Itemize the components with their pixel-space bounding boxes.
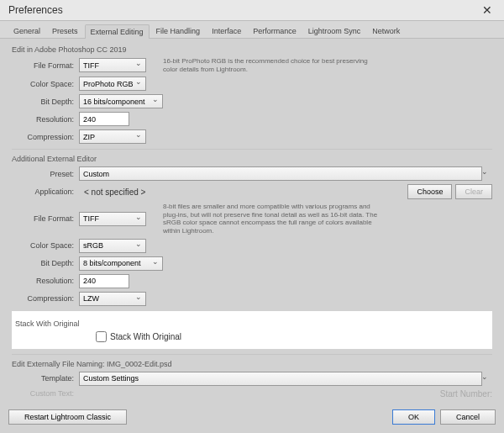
bit-depth-label-2: Bit Depth: — [12, 259, 79, 267]
tab-file-handling[interactable]: File Handling — [151, 24, 206, 38]
file-format-label: File Format: — [12, 61, 79, 70]
resolution-input[interactable] — [79, 112, 129, 126]
tab-lightroom-sync[interactable]: Lightroom Sync — [303, 24, 366, 38]
content: Edit in Adobe Photoshop CC 2019 File For… — [0, 39, 504, 407]
section1-hint: 16-bit ProPhoto RGB is the recommended c… — [163, 57, 381, 73]
clear-button: Clear — [455, 184, 492, 199]
section2-hint: 8-bit files are smaller and more compati… — [163, 203, 381, 235]
resolution-label: Resolution: — [12, 115, 79, 124]
template-label: Template: — [12, 374, 79, 383]
resolution-label-2: Resolution: — [12, 277, 79, 285]
stack-checkbox-label: Stack With Original — [110, 332, 181, 341]
choose-button[interactable]: Choose — [407, 184, 452, 199]
color-space-label: Color Space: — [12, 80, 79, 88]
application-value: < not specified > — [84, 187, 145, 197]
file-format-select-2[interactable]: TIFF — [79, 212, 146, 226]
start-number-label: Start Number: — [440, 389, 492, 399]
bit-depth-select[interactable]: 16 bits/component — [79, 94, 163, 108]
bit-depth-label: Bit Depth: — [12, 98, 79, 106]
compression-select[interactable]: ZIP — [79, 129, 146, 144]
footer: Restart Lightroom Classic OK Cancel — [8, 409, 496, 425]
compression-label-2: Compression: — [12, 294, 79, 303]
preset-select[interactable]: Custom — [79, 166, 482, 181]
cancel-button[interactable]: Cancel — [440, 409, 496, 425]
section2-title: Additional External Editor — [12, 155, 492, 163]
stack-title: Stack With Original — [15, 319, 492, 328]
file-format-label-2: File Format: — [12, 214, 79, 223]
titlebar: Preferences ✕ — [0, 0, 504, 21]
section1-title: Edit in Adobe Photoshop CC 2019 — [12, 45, 492, 54]
stack-section: Stack With Original Stack With Original — [12, 311, 492, 349]
color-space-select[interactable]: ProPhoto RGB — [79, 77, 146, 91]
window-title: Preferences — [8, 4, 63, 16]
ok-button[interactable]: OK — [392, 409, 435, 425]
file-format-select[interactable]: TIFF — [79, 58, 146, 72]
tab-network[interactable]: Network — [367, 24, 405, 38]
bit-depth-select-2[interactable]: 8 bits/component — [79, 256, 163, 271]
tab-interface[interactable]: Interface — [207, 24, 246, 38]
close-icon[interactable]: ✕ — [479, 3, 496, 17]
color-space-label-2: Color Space: — [12, 241, 79, 250]
tab-external-editing[interactable]: External Editing — [85, 24, 150, 39]
tab-presets[interactable]: Presets — [47, 24, 83, 38]
tabs: General Presets External Editing File Ha… — [0, 21, 504, 39]
resolution-input-2[interactable] — [79, 274, 129, 288]
compression-label: Compression: — [12, 133, 79, 141]
custom-text-label: Custom Text: — [12, 389, 79, 398]
tab-performance[interactable]: Performance — [248, 24, 302, 38]
restart-button[interactable]: Restart Lightroom Classic — [8, 409, 127, 425]
color-space-select-2[interactable]: sRGB — [79, 239, 146, 253]
stack-checkbox[interactable] — [96, 331, 107, 342]
application-label: Application: — [12, 187, 79, 196]
preset-label: Preset: — [12, 170, 79, 178]
naming-title: Edit Externally File Naming: IMG_0002-Ed… — [12, 360, 492, 368]
tab-general[interactable]: General — [8, 24, 45, 38]
compression-select-2[interactable]: LZW — [79, 292, 146, 306]
template-select[interactable]: Custom Settings — [79, 372, 482, 386]
